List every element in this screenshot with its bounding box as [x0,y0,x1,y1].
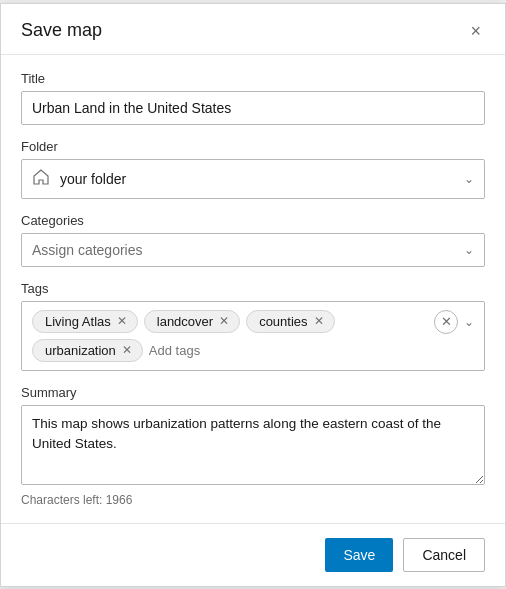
summary-textarea[interactable]: This map shows urbanization patterns alo… [21,405,485,485]
tags-field-group: Tags Living Atlas ✕ landcover ✕ coun [21,281,485,371]
summary-field-group: Summary This map shows urbanization patt… [21,385,485,507]
tag-urbanization: urbanization ✕ [32,339,143,362]
tag-remove-landcover[interactable]: ✕ [219,315,229,327]
tag-text: landcover [157,314,213,329]
tags-chevron-button[interactable]: ⌄ [460,313,478,331]
title-field-group: Title [21,71,485,125]
tags-label: Tags [21,281,485,296]
tags-clear-button[interactable]: ✕ [434,310,458,334]
tag-counties: counties ✕ [246,310,334,333]
categories-dropdown[interactable]: Assign categories ⌄ [21,233,485,267]
folder-field-group: Folder your folder ⌄ [21,139,485,199]
categories-field-group: Categories Assign categories ⌄ [21,213,485,267]
tag-remove-living-atlas[interactable]: ✕ [117,315,127,327]
tag-landcover: landcover ✕ [144,310,240,333]
tag-remove-urbanization[interactable]: ✕ [122,344,132,356]
save-map-dialog: Save map × Title Folder your folder [0,3,506,587]
summary-label: Summary [21,385,485,400]
tags-actions: ✕ ⌄ [434,310,478,334]
close-button[interactable]: × [466,20,485,42]
dialog-title: Save map [21,20,102,41]
categories-chevron-icon: ⌄ [464,243,474,257]
folder-value: your folder [60,171,126,187]
title-label: Title [21,71,485,86]
tag-text: counties [259,314,307,329]
save-button[interactable]: Save [325,538,393,572]
title-input[interactable] [21,91,485,125]
dialog-header: Save map × [1,4,505,55]
folder-dropdown[interactable]: your folder ⌄ [21,159,485,199]
folder-chevron-icon: ⌄ [464,172,474,186]
home-icon [32,168,50,190]
tag-text: urbanization [45,343,116,358]
cancel-button[interactable]: Cancel [403,538,485,572]
tag-living-atlas: Living Atlas ✕ [32,310,138,333]
add-tags-input[interactable] [149,343,317,358]
dialog-body: Title Folder your folder ⌄ Categorie [1,55,505,523]
categories-placeholder: Assign categories [32,242,143,258]
dialog-footer: Save Cancel [1,523,505,586]
char-count: Characters left: 1966 [21,493,485,507]
categories-label: Categories [21,213,485,228]
folder-label: Folder [21,139,485,154]
tag-remove-counties[interactable]: ✕ [314,315,324,327]
tags-inner: Living Atlas ✕ landcover ✕ counties ✕ [32,310,474,362]
tags-container: Living Atlas ✕ landcover ✕ counties ✕ [21,301,485,371]
tag-text: Living Atlas [45,314,111,329]
